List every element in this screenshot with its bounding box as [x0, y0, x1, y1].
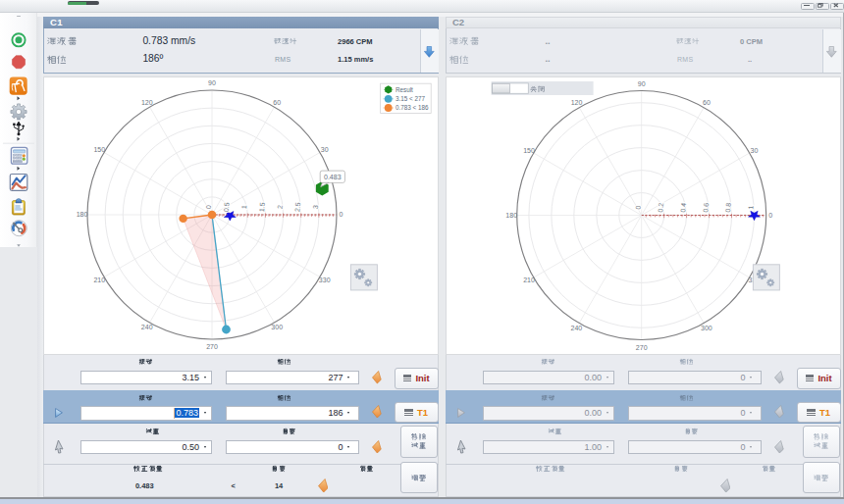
svg-text:2.5: 2.5 — [293, 202, 301, 212]
svg-text:1.5: 1.5 — [258, 202, 266, 212]
svg-text:210: 210 — [93, 277, 105, 283]
svg-text:0.4: 0.4 — [679, 202, 687, 212]
svg-text:120: 120 — [571, 99, 583, 106]
svg-text:0: 0 — [340, 211, 343, 218]
svg-text:60: 60 — [703, 99, 711, 106]
svg-text:3: 3 — [312, 205, 319, 210]
svg-text:240: 240 — [571, 325, 583, 331]
svg-text:0: 0 — [635, 205, 642, 210]
svg-text:270: 270 — [636, 344, 648, 351]
svg-text:210: 210 — [523, 277, 535, 283]
svg-text:300: 300 — [701, 325, 712, 331]
svg-text:0.5: 0.5 — [223, 202, 231, 212]
svg-text:2: 2 — [276, 205, 283, 210]
svg-text:0.6: 0.6 — [702, 202, 710, 212]
svg-text:0: 0 — [768, 212, 772, 219]
svg-text:0.483: 0.483 — [324, 174, 342, 180]
svg-text:120: 120 — [141, 99, 153, 106]
svg-text:270: 270 — [206, 343, 218, 350]
svg-text:180: 180 — [77, 211, 88, 218]
svg-text:0.2: 0.2 — [657, 202, 664, 212]
svg-text:30: 30 — [321, 146, 329, 153]
svg-text:90: 90 — [208, 79, 216, 86]
svg-text:1: 1 — [747, 205, 754, 210]
svg-text:240: 240 — [141, 324, 153, 330]
svg-text:300: 300 — [271, 324, 283, 330]
svg-text:60: 60 — [273, 99, 281, 106]
svg-text:150: 150 — [93, 146, 105, 153]
svg-text:90: 90 — [638, 80, 646, 87]
svg-text:0.783 < 186: 0.783 < 186 — [396, 104, 429, 111]
svg-text:1: 1 — [240, 205, 247, 210]
svg-text:180: 180 — [505, 212, 517, 219]
svg-text:30: 30 — [751, 147, 759, 154]
svg-text:330: 330 — [319, 277, 331, 283]
svg-text:Result: Result — [396, 86, 413, 93]
svg-text:0.8: 0.8 — [724, 202, 732, 212]
svg-text:3.15 < 277: 3.15 < 277 — [396, 95, 425, 102]
svg-text:150: 150 — [523, 147, 535, 154]
svg-text:0: 0 — [205, 205, 212, 210]
